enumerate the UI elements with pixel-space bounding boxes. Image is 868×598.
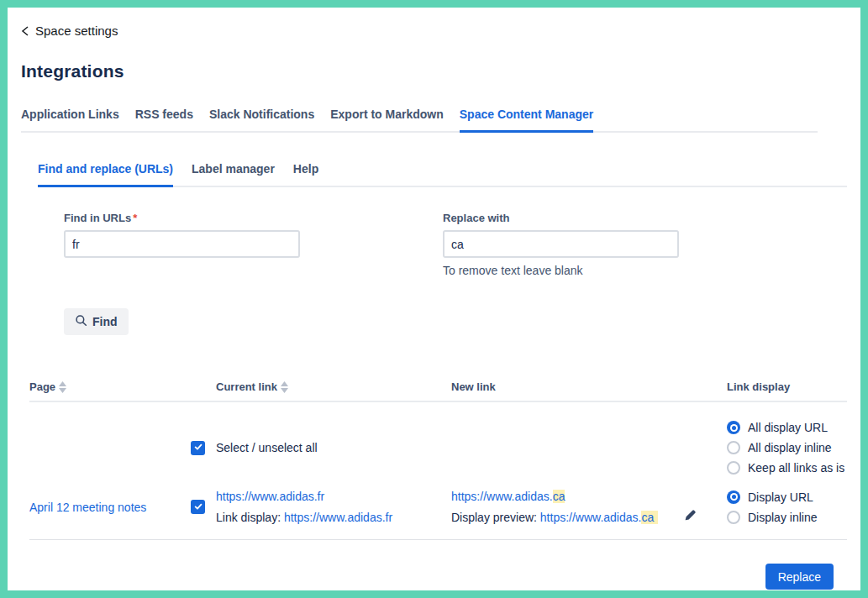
new-link-base: https://www.adidas. — [451, 490, 553, 503]
content-manager-subtabs: Find and replace (URLs) Label manager He… — [38, 162, 847, 187]
preview-link-changed-part: ca — [641, 511, 658, 524]
column-header-current-link[interactable]: Current link — [216, 380, 451, 393]
tab-export-to-markdown[interactable]: Export to Markdown — [330, 108, 444, 131]
select-all-checkbox[interactable] — [191, 441, 205, 455]
find-replace-form: Find in URLs* Replace with To remove tex… — [64, 212, 860, 277]
preview-link-base: https://www.adidas. — [540, 511, 642, 524]
new-link-changed-part: ca — [553, 490, 566, 503]
pencil-icon[interactable] — [684, 509, 697, 524]
header-link-display-label: Link display — [727, 380, 790, 393]
checkmark-icon — [193, 501, 203, 514]
radio-all-display-url[interactable]: All display URL — [727, 421, 847, 434]
replace-hint: To remove text leave blank — [443, 264, 679, 277]
integration-tabs: Application Links RSS feeds Slack Notifi… — [21, 108, 818, 133]
back-to-space-settings-link[interactable]: Space settings — [21, 24, 118, 38]
radio-unselected-icon — [727, 511, 740, 524]
page-link[interactable]: April 12 meeting notes — [29, 501, 146, 514]
subtab-help[interactable]: Help — [293, 162, 318, 186]
new-link-line: https://www.adidas.ca — [451, 490, 693, 503]
row-checkbox-cell — [191, 500, 216, 514]
table-footer: Replace — [29, 564, 834, 590]
radio-selected-icon — [727, 421, 740, 434]
radio-all-display-inline[interactable]: All display inline — [727, 441, 847, 454]
table-row: April 12 meeting notes https://www.adida… — [29, 490, 847, 540]
sort-arrows-icon[interactable] — [59, 381, 66, 393]
preview-line: Display preview: https://www.adidas.ca — [451, 511, 693, 524]
checkmark-icon — [193, 441, 203, 454]
find-label-text: Find in URLs — [64, 212, 131, 224]
replace-input[interactable] — [443, 230, 679, 258]
radio-selected-icon — [727, 490, 740, 504]
find-button-label: Find — [92, 315, 118, 328]
page-title: Integrations — [21, 61, 860, 81]
replace-field-label: Replace with — [443, 212, 679, 224]
radio-label: Display inline — [748, 511, 817, 524]
sort-arrows-icon[interactable] — [281, 381, 288, 393]
current-link-cell: https://www.adidas.fr Link display: http… — [216, 490, 451, 524]
header-current-link-label: Current link — [216, 380, 277, 393]
subtab-find-and-replace-urls[interactable]: Find and replace (URLs) — [38, 162, 173, 187]
current-link-url[interactable]: https://www.adidas.fr — [216, 490, 324, 503]
table-header-row: Page Current link New link Link display — [29, 380, 847, 402]
select-all-row: Select / unselect all All display URL Al… — [29, 402, 847, 475]
radio-unselected-icon — [727, 461, 740, 475]
column-header-spacer — [191, 380, 216, 393]
radio-label: All display inline — [748, 441, 832, 454]
radio-keep-all-links[interactable]: Keep all links as is — [727, 461, 847, 475]
page-title-cell: April 12 meeting notes — [29, 501, 191, 514]
radio-label: Display URL — [748, 490, 813, 504]
replace-label-text: Replace with — [443, 212, 509, 224]
chevron-left-icon — [21, 25, 29, 37]
global-display-options: All display URL All display inline Keep … — [727, 421, 847, 475]
preview-prefix: Display preview: — [451, 511, 540, 524]
header-new-link-label: New link — [451, 380, 496, 393]
space-settings-page: Space settings Integrations Application … — [8, 8, 860, 590]
radio-label: All display URL — [748, 421, 828, 434]
find-input[interactable] — [64, 230, 300, 258]
back-link-label: Space settings — [35, 24, 118, 38]
tab-application-links[interactable]: Application Links — [21, 108, 119, 131]
radio-display-url[interactable]: Display URL — [727, 490, 847, 504]
select-all-label[interactable]: Select / unselect all — [216, 441, 451, 454]
tab-slack-notifications[interactable]: Slack Notifications — [209, 108, 314, 131]
radio-unselected-icon — [727, 441, 740, 454]
new-link-cell: https://www.adidas.ca Display preview: h… — [451, 490, 727, 524]
current-link-display-line: Link display: https://www.adidas.fr — [216, 511, 451, 524]
header-page-label: Page — [29, 380, 55, 393]
find-field-label: Find in URLs* — [64, 212, 300, 224]
select-all-checkbox-cell — [191, 441, 216, 455]
row-display-options: Display URL Display inline — [727, 490, 847, 524]
link-display-prefix: Link display: — [216, 511, 284, 524]
radio-label: Keep all links as is — [748, 461, 844, 475]
link-display-url[interactable]: https://www.adidas.fr — [284, 511, 392, 524]
column-header-link-display: Link display — [727, 380, 847, 393]
replace-button[interactable]: Replace — [765, 564, 834, 590]
tab-rss-feeds[interactable]: RSS feeds — [135, 108, 193, 131]
column-header-new-link: New link — [451, 380, 727, 393]
find-field-group: Find in URLs* — [64, 212, 300, 277]
replace-field-group: Replace with To remove text leave blank — [443, 212, 679, 277]
required-marker: * — [133, 212, 137, 224]
radio-display-inline[interactable]: Display inline — [727, 511, 847, 524]
row-checkbox[interactable] — [191, 500, 205, 514]
search-icon — [75, 314, 87, 329]
tab-space-content-manager[interactable]: Space Content Manager — [460, 108, 593, 133]
find-button[interactable]: Find — [64, 308, 129, 335]
results-table: Page Current link New link Link display — [29, 380, 847, 590]
subtab-label-manager[interactable]: Label manager — [192, 162, 275, 186]
column-header-page[interactable]: Page — [29, 380, 191, 393]
